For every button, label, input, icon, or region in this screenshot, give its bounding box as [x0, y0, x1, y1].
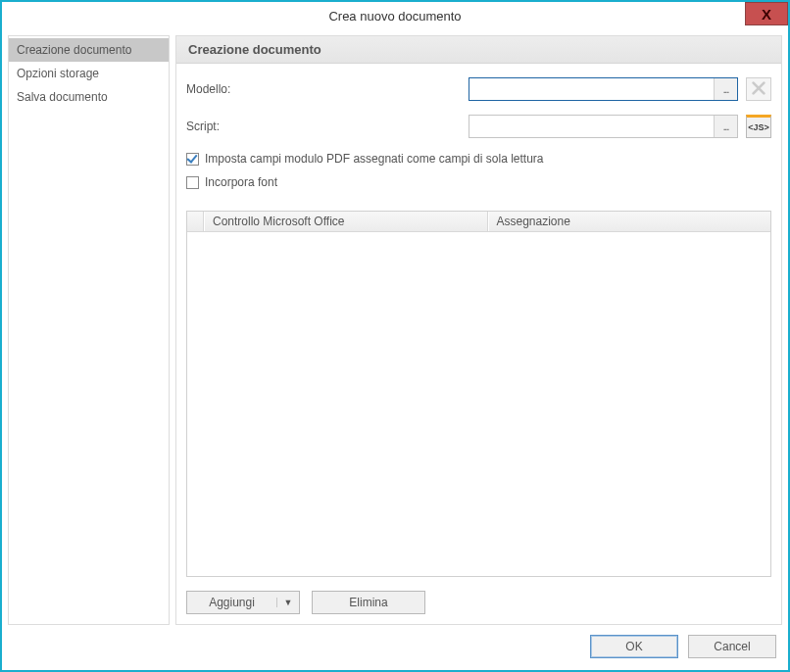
modello-label: Modello: [186, 82, 461, 96]
cancel-button[interactable]: Cancel [688, 635, 776, 658]
dialog-footer: OK Cancel [8, 625, 782, 664]
table-col-label: Assegnazione [497, 215, 570, 228]
sidebar: Creazione documento Opzioni storage Salv… [8, 35, 170, 625]
chevron-down-icon: ▼ [284, 598, 293, 607]
ellipsis-icon: ... [723, 121, 728, 132]
close-icon: X [762, 6, 771, 23]
add-button-label: Aggiungi [187, 596, 276, 609]
table-col-assegnazione[interactable]: Assegnazione [488, 212, 771, 231]
embed-font-row: Incorpora font [186, 175, 771, 189]
embed-font-checkbox[interactable] [186, 176, 199, 189]
ellipsis-icon: ... [723, 84, 728, 95]
clear-icon [750, 79, 767, 100]
modello-input[interactable] [469, 78, 714, 100]
cancel-button-label: Cancel [714, 640, 750, 653]
window-title: Crea nuovo documento [328, 9, 461, 24]
script-label: Script: [186, 120, 461, 133]
script-browse-button[interactable]: ... [714, 116, 737, 137]
script-row: Script: ... <JS> [186, 115, 771, 138]
table-body[interactable] [187, 232, 770, 576]
table-header: Controllo Microsoft Office Assegnazione [187, 212, 770, 232]
modello-clear-button[interactable] [746, 77, 771, 101]
script-js-button[interactable]: <JS> [746, 115, 771, 138]
readonly-pdf-checkbox[interactable] [186, 153, 199, 166]
sidebar-item-creazione-documento[interactable]: Creazione documento [9, 38, 169, 62]
script-field-group: ... [469, 115, 738, 138]
js-icon: <JS> [748, 122, 769, 132]
delete-button[interactable]: Elimina [312, 591, 425, 614]
table-col-label: Controllo Microsoft Office [213, 215, 345, 228]
assignment-table: Controllo Microsoft Office Assegnazione [186, 211, 771, 577]
ok-button[interactable]: OK [590, 635, 678, 658]
modello-field-group: ... [469, 77, 738, 101]
add-button[interactable]: Aggiungi ▼ [186, 591, 300, 614]
add-button-dropdown[interactable]: ▼ [276, 598, 299, 607]
modello-browse-button[interactable]: ... [714, 78, 737, 100]
modello-row: Modello: ... [186, 77, 771, 101]
content-panel: Creazione documento Modello: ... [175, 35, 782, 625]
table-button-row: Aggiungi ▼ Elimina [186, 591, 771, 614]
sidebar-item-opzioni-storage[interactable]: Opzioni storage [9, 62, 169, 85]
titlebar: Crea nuovo documento X [2, 2, 788, 29]
script-input[interactable] [469, 116, 714, 137]
close-button[interactable]: X [745, 2, 788, 25]
sidebar-item-salva-documento[interactable]: Salva documento [9, 85, 169, 109]
dialog-window: Crea nuovo documento X Creazione documen… [0, 0, 790, 672]
main-area: Creazione documento Opzioni storage Salv… [8, 35, 782, 625]
section-heading: Creazione documento [176, 36, 781, 64]
embed-font-label: Incorpora font [205, 175, 277, 189]
sidebar-item-label: Creazione documento [17, 43, 131, 57]
dialog-body: Creazione documento Opzioni storage Salv… [2, 29, 788, 670]
table-col-controllo[interactable]: Controllo Microsoft Office [204, 212, 488, 231]
delete-button-label: Elimina [349, 596, 387, 609]
sidebar-item-label: Salva documento [17, 90, 108, 104]
ok-button-label: OK [625, 640, 642, 653]
sidebar-item-label: Opzioni storage [17, 67, 99, 80]
table-header-spacer [187, 212, 204, 231]
readonly-pdf-row: Imposta campi modulo PDF assegnati come … [186, 152, 771, 166]
readonly-pdf-label: Imposta campi modulo PDF assegnati come … [205, 152, 544, 166]
